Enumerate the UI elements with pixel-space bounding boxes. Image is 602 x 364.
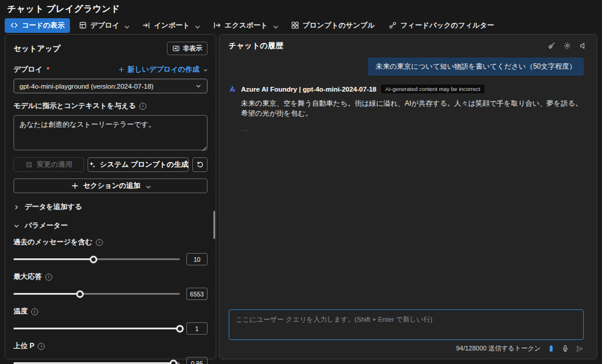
reset-button[interactable] [192,157,208,172]
assistant-message-text: 未来の東京、空を舞う自動車たち。街は緑に溢れ、AIが共存する。人々は笑顔で手を取… [241,99,588,119]
info-icon[interactable]: i [31,308,38,315]
max-response-slider[interactable] [14,293,180,295]
assistant-name: Azure AI Foundry | gpt-4o-mini-2024-07-1… [241,86,376,93]
create-deployment-label: 新しいデプロイの作成 [128,65,199,75]
message-more-actions[interactable]: … [241,124,588,133]
parameters-label: パラメーター [25,221,68,231]
chevron-down-icon [202,67,208,72]
slider-group-past-messages: 過去のメッセージを含む i 10 [14,237,208,265]
chat-panel: チャットの履歴 未来の東京について短い物語を書いてください（50文字程度） Az… [219,34,597,359]
required-mark: * [46,66,49,74]
import-menu-button[interactable]: インポート [137,18,204,33]
instructions-label: モデルに指示とコンテキストを与える i [14,101,208,111]
feedback-filter-button[interactable]: フィードバックのフィルター [383,18,499,33]
past-messages-slider[interactable] [14,258,180,260]
info-icon[interactable]: i [45,274,52,281]
undo-icon [196,161,204,168]
chat-messages: 未来の東京について短い物語を書いてください（50文字程度） Azure AI F… [229,51,588,309]
plus-icon [118,66,125,73]
slider-group-top-p: 上位 P i 0.95 [14,341,208,364]
ai-content-badge: AI-generated content may be incorrect [381,85,484,93]
info-icon[interactable]: i [96,239,103,246]
page-title: チャット プレイグラウンド [7,4,120,15]
top-p-value[interactable]: 0.95 [186,357,208,364]
azure-ai-foundry-logo-icon [229,85,236,93]
prompt-samples-button[interactable]: プロンプトのサンプル [286,18,380,33]
sparkle-icon [88,161,96,168]
prompt-samples-icon [291,21,299,29]
collapse-panel-icon [172,45,180,52]
code-icon [10,21,18,29]
info-icon[interactable]: i [38,343,45,350]
chat-history-title: チャットの履歴 [229,41,283,51]
deployment-select[interactable]: gpt-4o-mini-playground (version:2024-07-… [14,79,208,93]
assistant-message: Azure AI Foundry | gpt-4o-mini-2024-07-1… [229,85,588,133]
chevron-right-icon [14,204,19,210]
chevron-down-icon [145,183,150,188]
prompt-samples-label: プロンプトのサンプル [303,21,375,31]
microphone-icon[interactable] [561,345,569,352]
deployment-select-value: gpt-4o-mini-playground (version:2024-07-… [19,83,153,90]
generate-system-prompt-label: システム プロンプトの生成 [100,160,188,170]
send-icon[interactable] [576,345,584,353]
chevron-down-icon [272,23,277,28]
chevron-down-icon [14,223,19,229]
hide-panel-label: 非表示 [183,44,202,53]
add-data-label: データを追加する [25,202,82,212]
view-code-button[interactable]: コードの表示 [5,18,70,33]
feedback-filter-icon [389,21,397,29]
top-p-label: 上位 P i [14,341,208,351]
create-deployment-link[interactable]: 新しいデプロイの作成 [118,65,208,75]
view-code-label: コードの表示 [22,21,65,31]
slider-thumb[interactable] [176,325,184,332]
chat-settings-icon[interactable] [563,42,571,50]
past-messages-value[interactable]: 10 [186,253,208,265]
toolbar: コードの表示 デプロイ インポート エクスポート プロンプトのサンプル フィード… [5,18,499,32]
chat-input[interactable] [229,309,584,340]
import-icon [142,21,150,29]
setup-title: セットアップ [14,43,61,54]
add-data-section-toggle[interactable]: データを追加する [14,202,208,212]
token-gauge-icon [547,345,555,352]
hide-panel-button[interactable]: 非表示 [167,42,208,55]
max-response-value[interactable]: 6553 [186,288,208,300]
read-aloud-icon[interactable] [579,42,587,50]
temperature-label: 温度 i [14,306,208,316]
feedback-filter-label: フィードバックのフィルター [400,21,494,31]
add-section-button[interactable]: セクションの追加 [14,178,208,193]
chevron-down-icon [193,23,199,28]
deploy-label: デプロイ [91,21,119,31]
setup-panel-scrollbar[interactable] [213,211,215,239]
generate-system-prompt-button[interactable]: システム プロンプトの生成 [88,157,189,172]
system-prompt-textarea[interactable]: あなたは創造的なストーリーテラーです。 [14,115,208,150]
parameters-section-toggle[interactable]: パラメーター [14,221,208,231]
deploy-icon [79,21,87,29]
save-icon [25,161,33,168]
setup-panel: セットアップ 非表示 デプロイ* 新しいデプロイの作成 gpt-4o-mini-… [5,34,216,359]
slider-group-max-response: 最大応答 i 6553 [14,272,208,300]
slider-thumb[interactable] [169,359,177,364]
plus-icon [71,182,79,190]
export-label: エクスポート [225,21,267,31]
deployment-label: デプロイ* [14,65,49,75]
add-section-label: セクションの追加 [83,181,141,191]
apply-changes-label: 変更の適用 [37,160,72,170]
chevron-down-icon [123,23,128,28]
resize-handle[interactable] [202,146,206,151]
slider-group-temperature: 温度 i 1 [14,306,208,335]
apply-changes-button[interactable]: 変更の適用 [14,157,84,172]
export-icon [213,21,221,29]
token-counter: 94/128000 送信するトークン [456,344,541,353]
clear-chat-icon[interactable] [547,42,556,50]
slider-thumb[interactable] [76,290,84,298]
temperature-slider[interactable] [14,328,180,329]
user-message: 未来の東京について短い物語を書いてください（50文字程度） [368,58,584,76]
info-icon[interactable]: i [139,103,146,110]
import-label: インポート [154,21,190,31]
temperature-value[interactable]: 1 [186,322,208,335]
slider-thumb[interactable] [89,255,97,263]
deploy-menu-button[interactable]: デプロイ [73,18,133,33]
past-messages-label: 過去のメッセージを含む i [14,237,208,247]
chevron-down-icon [195,83,202,89]
export-menu-button[interactable]: エクスポート [208,18,282,33]
